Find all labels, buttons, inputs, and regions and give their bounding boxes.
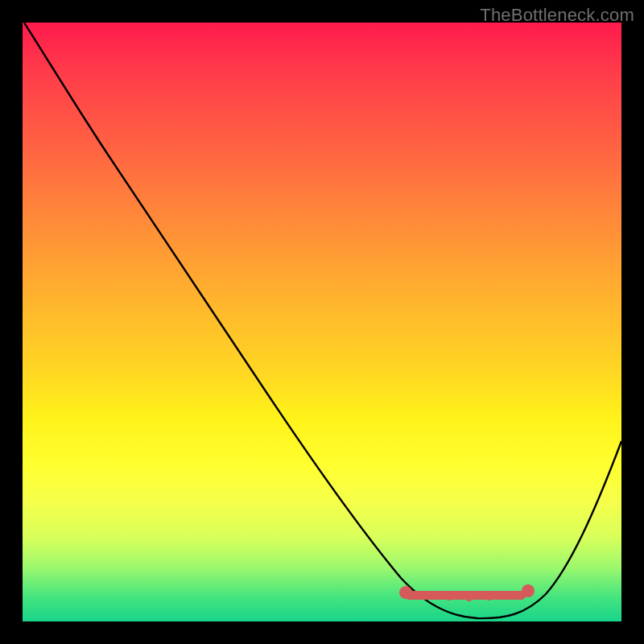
highlight-marker-left xyxy=(399,586,412,599)
highlight-dot xyxy=(504,591,511,598)
curve-path xyxy=(24,23,621,618)
highlight-marker-right xyxy=(522,584,535,597)
highlight-dot xyxy=(465,594,473,601)
highlight-dot xyxy=(445,593,452,601)
highlight-dot xyxy=(425,592,432,599)
highlight-dot xyxy=(485,593,493,601)
chart-frame: TheBottleneck.com xyxy=(0,0,644,644)
plot-area xyxy=(23,23,621,621)
bottleneck-curve xyxy=(23,23,621,621)
